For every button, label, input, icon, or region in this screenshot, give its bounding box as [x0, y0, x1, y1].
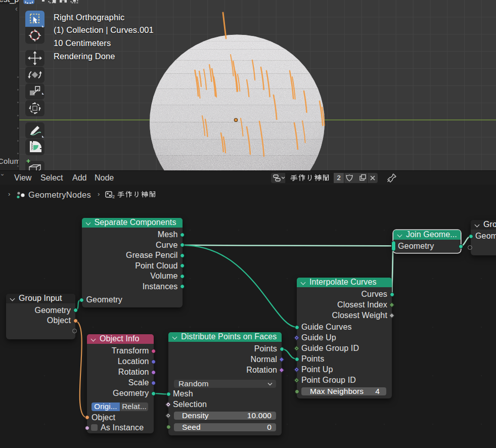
svg-text:2: 2: [112, 194, 115, 199]
